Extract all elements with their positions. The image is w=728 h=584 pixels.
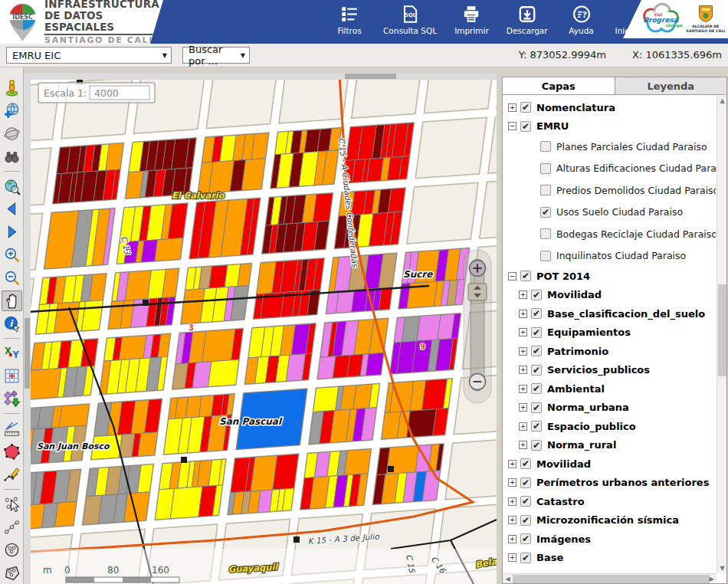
layer-checkbox[interactable]: ✔: [520, 121, 531, 132]
expand-icon[interactable]: +: [508, 460, 516, 468]
layer-checkbox[interactable]: ✔: [531, 402, 542, 413]
layer-checkbox[interactable]: [540, 251, 551, 261]
scrollbar-thumb[interactable]: [345, 74, 396, 79]
layer-label[interactable]: Imágenes: [536, 533, 591, 545]
select-line-icon[interactable]: [2, 517, 22, 537]
layer-label[interactable]: Predios Demolidos Ciudad Paraiso: [556, 185, 716, 196]
nav-consulta-sql[interactable]: SQL Consulta SQL: [383, 4, 437, 35]
scrollbar-thumb[interactable]: [25, 318, 30, 389]
expand-icon[interactable]: +: [519, 310, 527, 318]
prev-extent-icon[interactable]: [2, 199, 22, 220]
layer-checkbox[interactable]: ✔: [531, 421, 542, 431]
expand-icon[interactable]: +: [508, 516, 516, 524]
layer-label[interactable]: Planes Parciales Ciudad Paraiso: [556, 141, 707, 153]
layer-label[interactable]: Movilidad: [547, 289, 602, 300]
layer-label[interactable]: EMRU: [536, 120, 569, 132]
expand-icon[interactable]: +: [519, 441, 527, 449]
layer-label[interactable]: Norma_urbana: [547, 402, 629, 413]
globe-add-icon[interactable]: [2, 100, 22, 121]
measure-area-icon[interactable]: [2, 441, 22, 462]
select-polygon-icon[interactable]: [2, 563, 22, 583]
layer-label[interactable]: Espacio_publico: [547, 421, 636, 432]
expand-icon[interactable]: +: [508, 103, 516, 112]
expand-icon[interactable]: +: [519, 328, 527, 336]
layer-label[interactable]: Nomenclatura: [536, 102, 615, 113]
nav-filtros[interactable]: Filtros: [333, 4, 366, 35]
layer-checkbox[interactable]: ✔: [531, 440, 542, 451]
layer-label[interactable]: Equipamientos: [547, 326, 631, 338]
layer-checkbox[interactable]: ✔: [520, 477, 531, 488]
map-canvas[interactable]: El CalvarioC 13C 15 - A Ciudades Confede…: [31, 80, 497, 584]
scrollbar-thumb[interactable]: [513, 575, 710, 583]
layer-checkbox[interactable]: ✔: [531, 383, 542, 394]
expand-icon[interactable]: +: [519, 290, 527, 299]
scale-input[interactable]: Escala 1: 4000: [38, 83, 155, 103]
pan-icon[interactable]: [2, 290, 22, 311]
layer-label[interactable]: Usos Suelo Ciudad Paraiso: [556, 206, 683, 218]
layer-checkbox[interactable]: ✔: [520, 102, 531, 113]
layer-label[interactable]: POT 2014: [536, 271, 590, 282]
tab-leyenda[interactable]: Leyenda: [615, 77, 727, 94]
next-extent-icon[interactable]: [2, 221, 22, 242]
layer-label[interactable]: Base_clasificacion_del_suelo: [547, 308, 705, 320]
nav-ayuda[interactable]: ? Ayuda: [566, 4, 598, 35]
expand-icon[interactable]: +: [519, 385, 527, 393]
layer-theme-select[interactable]: EMRU EIC ▼: [6, 47, 172, 64]
panel-scrollbar-vertical[interactable]: ▲ ▼: [717, 96, 726, 573]
layer-checkbox[interactable]: ✔: [520, 553, 531, 563]
collapse-icon[interactable]: −: [508, 272, 516, 281]
select-circle-icon[interactable]: [2, 540, 22, 560]
panel-scrollbar-horizontal[interactable]: ◀ ▶: [503, 573, 717, 583]
scrollbar-thumb[interactable]: [718, 284, 726, 376]
layer-checkbox[interactable]: ✔: [520, 271, 531, 281]
zoom-extent-icon[interactable]: [2, 176, 22, 197]
identify-icon[interactable]: i: [2, 313, 22, 334]
layer-label[interactable]: Catastro: [536, 496, 585, 507]
map-scrollbar-horizontal[interactable]: [24, 73, 497, 80]
expand-icon[interactable]: +: [508, 535, 516, 543]
layer-label[interactable]: Ambiental: [547, 383, 605, 395]
layer-checkbox[interactable]: ✔: [531, 308, 542, 319]
layer-checkbox[interactable]: ✔: [531, 365, 542, 376]
scroll-left-icon[interactable]: ◀: [503, 574, 513, 584]
layer-checkbox[interactable]: ✔: [531, 327, 542, 338]
globe-icon[interactable]: [2, 123, 22, 144]
layer-checkbox[interactable]: ✔: [531, 290, 542, 300]
tab-capas[interactable]: Capas: [503, 77, 615, 94]
binoculars-icon[interactable]: [2, 146, 22, 167]
layer-label[interactable]: Microzonificación sísmica: [536, 514, 679, 526]
map-scrollbar-vertical[interactable]: [24, 80, 31, 584]
expand-icon[interactable]: +: [508, 478, 516, 487]
zoom-slider[interactable]: [464, 250, 491, 403]
layer-label[interactable]: Inquilinatos Ciudad Paraiso: [556, 250, 686, 261]
select-point-icon[interactable]: [2, 494, 22, 514]
streetview-icon[interactable]: [2, 78, 22, 99]
xy-icon[interactable]: XY: [2, 343, 22, 363]
expand-icon[interactable]: +: [519, 366, 527, 374]
layer-checkbox[interactable]: ✔: [520, 533, 531, 544]
scroll-right-icon[interactable]: ▶: [707, 574, 717, 584]
scroll-up-icon[interactable]: ▲: [717, 96, 727, 106]
collapse-icon[interactable]: −: [508, 122, 516, 130]
search-by-select[interactable]: Buscar por ... ▼: [182, 47, 250, 64]
layer-checkbox[interactable]: ✔: [520, 515, 531, 526]
grid-icon[interactable]: [2, 366, 22, 386]
expand-icon[interactable]: +: [519, 403, 527, 412]
layer-label[interactable]: Patrimonio: [547, 346, 608, 357]
expand-icon[interactable]: +: [508, 553, 516, 562]
zoom-in-icon[interactable]: [2, 244, 22, 265]
layer-checkbox[interactable]: ✔: [520, 458, 531, 469]
layer-label[interactable]: Alturas Edificaciones Ciudad Paraiso: [556, 162, 716, 174]
layer-checkbox[interactable]: [540, 228, 551, 239]
expand-icon[interactable]: +: [508, 497, 516, 506]
layer-label[interactable]: Servicios_publicos: [547, 364, 650, 376]
layer-label[interactable]: Perímetros urbanos anteriores: [536, 477, 709, 488]
nav-descargar[interactable]: Descargar: [507, 4, 548, 35]
layer-checkbox[interactable]: [540, 141, 551, 152]
layer-checkbox[interactable]: [540, 163, 551, 174]
layer-label[interactable]: Norma_rural: [547, 439, 616, 451]
layer-checkbox[interactable]: ✔: [520, 496, 531, 507]
draw-icon[interactable]: [2, 464, 22, 485]
expand-icon[interactable]: +: [519, 422, 527, 431]
layer-checkbox[interactable]: ✔: [540, 207, 551, 218]
